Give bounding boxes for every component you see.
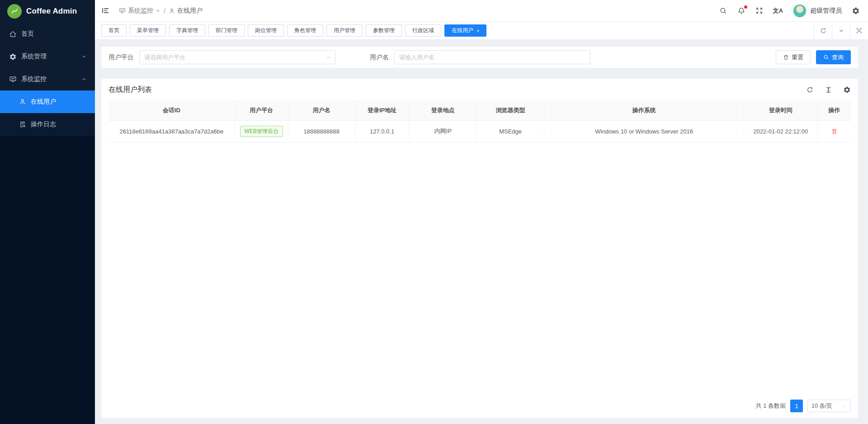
pagination-total: 共 1 条数据	[756, 402, 786, 410]
gear-icon[interactable]	[843, 86, 851, 94]
sidebar-item-label: 操作日志	[31, 120, 56, 129]
cell-session-id: 26118e6169aa41a387aa3ca7a7d2a6be	[108, 120, 235, 142]
cell-os: Windows 10 or Windows Server 2016	[544, 120, 744, 142]
col-username: 用户名	[288, 100, 355, 120]
tab-param-management[interactable]: 参数管理	[366, 24, 402, 37]
username-field-wrap	[394, 50, 590, 64]
fullscreen-icon[interactable]	[755, 7, 763, 14]
gear-icon[interactable]	[852, 7, 860, 15]
collapse-sidebar-icon[interactable]	[101, 6, 110, 15]
user-icon	[169, 8, 175, 14]
cell-login-ip: 127.0.0.1	[355, 120, 409, 142]
tab-label: 在线用户	[452, 27, 473, 34]
search-label: 查询	[832, 53, 844, 62]
notification-dot	[744, 5, 747, 9]
reset-button[interactable]: 重置	[776, 50, 811, 64]
tab-user-management[interactable]: 用户管理	[326, 24, 363, 37]
table-row: 26118e6169aa41a387aa3ca7a7d2a6be WEB管理后台…	[108, 120, 851, 142]
chevron-up-icon	[81, 76, 87, 82]
breadcrumb-level2[interactable]: 在线用户	[169, 7, 203, 15]
col-session-id: 会话ID	[108, 100, 235, 120]
card-title: 在线用户列表	[108, 85, 152, 95]
cell-login-location: 内网IP	[409, 120, 476, 142]
col-browser: 浏览器类型	[476, 100, 544, 120]
maximize-icon[interactable]	[850, 22, 868, 39]
sidebar-item-system-management[interactable]: 系统管理	[0, 45, 95, 68]
chevron-down-icon	[156, 8, 160, 13]
delete-row-icon[interactable]	[831, 128, 838, 135]
tab-label: 首页	[108, 27, 119, 34]
page-size-select[interactable]: 10 条/页	[807, 400, 851, 412]
translate-icon[interactable]: 文A	[773, 7, 783, 15]
sidebar-item-label: 系统监控	[21, 75, 47, 83]
tab-post-management[interactable]: 岗位管理	[248, 24, 284, 37]
tab-dept-management[interactable]: 部门管理	[208, 24, 245, 37]
search-icon[interactable]	[719, 7, 727, 15]
tab-bar: 首页 菜单管理 字典管理 部门管理 岗位管理 角色管理 用户管理 参数管理 行政…	[95, 22, 868, 40]
pagination: 共 1 条数据 1 10 条/页	[108, 394, 851, 418]
card-header: 在线用户列表	[108, 79, 851, 100]
leaf-logo-icon	[7, 4, 22, 19]
user-icon	[19, 98, 26, 105]
col-platform: 用户平台	[235, 100, 288, 120]
tab-home[interactable]: 首页	[101, 24, 127, 37]
sidebar-menu: Coffee Admin 首页 系统管理	[0, 0, 95, 136]
monitor-icon	[119, 7, 126, 14]
breadcrumb-separator: /	[164, 7, 165, 14]
page-size-label: 10 条/页	[811, 402, 832, 410]
tab-label: 菜单管理	[137, 27, 159, 34]
sidebar-item-operation-logs[interactable]: 操作日志	[0, 113, 95, 136]
platform-tag: WEB管理后台	[240, 126, 283, 137]
refresh-icon[interactable]	[806, 86, 814, 94]
tab-label: 行政区域	[412, 27, 434, 34]
page-number-button[interactable]: 1	[790, 400, 803, 412]
sidebar-item-system-monitor[interactable]: 系统监控	[0, 68, 95, 91]
tab-menu-management[interactable]: 菜单管理	[130, 24, 166, 37]
tab-online-users-active[interactable]: 在线用户 ×	[444, 24, 486, 37]
breadcrumb-label: 系统监控	[128, 7, 153, 15]
user-name: 超级管理员	[810, 7, 842, 15]
sidebar-submenu-monitor: 在线用户 操作日志	[0, 91, 95, 136]
app-logo: Coffee Admin	[0, 0, 95, 23]
refresh-icon[interactable]	[814, 22, 832, 39]
sidebar-item-home[interactable]: 首页	[0, 23, 95, 45]
tab-admin-region[interactable]: 行政区域	[405, 24, 441, 37]
sidebar-item-label: 首页	[21, 30, 34, 38]
cell-login-time: 2022-01-02 22:12:00	[744, 120, 818, 142]
sidebar-item-online-users[interactable]: 在线用户	[0, 91, 95, 113]
platform-select-placeholder: 请选择用户平台	[144, 53, 185, 62]
cell-browser: MSEdge	[476, 120, 544, 142]
col-login-time: 登录时间	[744, 100, 818, 120]
filter-card: 用户平台 请选择用户平台 用户名 重置	[101, 47, 858, 68]
reset-label: 重置	[792, 53, 803, 62]
user-menu[interactable]: 超级管理员	[793, 4, 842, 18]
tab-label: 岗位管理	[255, 27, 277, 34]
tab-label: 角色管理	[294, 27, 316, 34]
tab-role-management[interactable]: 角色管理	[287, 24, 323, 37]
sidebar: Coffee Admin 首页 系统管理	[0, 0, 95, 424]
close-icon[interactable]: ×	[476, 28, 479, 33]
online-users-card: 在线用户列表	[101, 79, 858, 418]
breadcrumb-level1[interactable]: 系统监控	[119, 7, 160, 15]
header-tools: 文A 超级管理员	[719, 4, 860, 18]
table-header-row: 会话ID 用户平台 用户名 登录IP地址 登录地点 浏览器类型 操作系统 登录时…	[108, 100, 851, 120]
app-title: Coffee Admin	[26, 7, 77, 16]
platform-label: 用户平台	[108, 53, 134, 62]
monitor-icon	[9, 76, 17, 83]
tab-dict-management[interactable]: 字典管理	[169, 24, 205, 37]
search-button[interactable]: 查询	[816, 50, 851, 64]
breadcrumb-label: 在线用户	[177, 7, 203, 15]
log-search-icon	[19, 121, 26, 128]
sidebar-item-label: 系统管理	[21, 52, 47, 61]
main-area: 系统监控 / 在线用户	[95, 0, 868, 424]
col-actions: 操作	[817, 100, 851, 120]
platform-select[interactable]: 请选择用户平台	[139, 50, 335, 64]
chevron-down-icon[interactable]	[832, 22, 850, 39]
cell-actions	[817, 120, 851, 142]
density-icon[interactable]	[825, 86, 832, 94]
username-input[interactable]	[399, 54, 585, 61]
home-icon	[9, 30, 17, 38]
tabbar-tools	[814, 22, 868, 39]
table-empty-space	[108, 143, 851, 395]
bell-icon[interactable]	[737, 7, 745, 15]
